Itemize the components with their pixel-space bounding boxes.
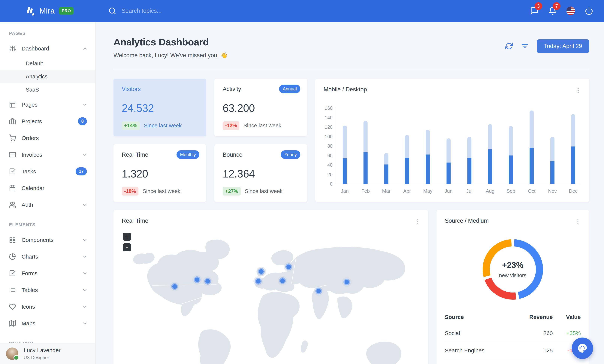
svg-text:Feb: Feb <box>361 188 370 194</box>
map-zoom-controls: + - <box>123 233 131 251</box>
map-marker[interactable] <box>278 276 287 286</box>
kebab-icon <box>414 218 421 225</box>
chev-down-icon <box>82 287 88 293</box>
stat-period-badge[interactable]: Monthly <box>176 150 199 159</box>
stat-period-badge[interactable]: Yearly <box>281 150 300 159</box>
map-marker[interactable] <box>284 262 294 272</box>
map-marker[interactable] <box>170 282 179 291</box>
svg-text:May: May <box>423 188 432 194</box>
stat-footer: +14%Since last week <box>122 121 182 130</box>
sidebar-item-pages[interactable]: Pages <box>0 96 95 113</box>
sidebar-item-dashboard[interactable]: Dashboard <box>0 40 95 57</box>
map-title: Real-Time <box>122 217 420 224</box>
messages-button[interactable]: 3 <box>525 0 543 22</box>
stat-footer: -12%Since last week <box>223 121 281 130</box>
map-marker[interactable] <box>342 277 352 287</box>
kebab-icon <box>575 87 581 94</box>
source-menu-button[interactable] <box>574 217 582 226</box>
sidebar-item-calendar[interactable]: Calendar <box>0 180 95 196</box>
source-title: Source / Medium <box>445 217 581 224</box>
stat-note: Since last week <box>143 188 180 194</box>
map-marker[interactable] <box>314 286 324 296</box>
filter-button[interactable] <box>521 42 528 50</box>
map-marker[interactable] <box>256 267 266 276</box>
table-row: Social260+35% <box>445 325 581 342</box>
sidebar-item-label: Forms <box>22 270 82 276</box>
source-cell: Social <box>445 325 511 342</box>
sidebar-item-forms[interactable]: Forms <box>0 265 95 282</box>
map-menu-button[interactable] <box>413 217 421 226</box>
svg-text:120: 120 <box>325 125 333 130</box>
stat-card-real-time: Real-TimeMonthly1.320-18%Since last week <box>113 144 206 202</box>
sidebar-item-label: Calendar <box>22 185 88 191</box>
sidebar-item-projects[interactable]: Projects8 <box>0 113 95 130</box>
donut-value: +23% <box>502 260 524 270</box>
stat-delta-badge: +14% <box>122 121 140 130</box>
pro-badge: PRO <box>59 7 74 15</box>
refresh-button[interactable] <box>505 42 513 50</box>
search-input[interactable] <box>122 8 223 14</box>
mobile-desktop-bar-chart: 020406080100120140160JanFebMarAprMayJunJ… <box>324 101 581 196</box>
power-icon <box>585 7 593 15</box>
sidebar-user[interactable]: Lucy Lavender UX Designer <box>0 343 95 364</box>
value-cell: +46% <box>556 359 581 364</box>
chev-down-icon <box>82 237 88 243</box>
map-marker[interactable] <box>203 276 213 286</box>
cart-icon <box>9 135 16 141</box>
sidebar-item-components[interactable]: Components <box>0 232 95 248</box>
sidebar-item-auth[interactable]: Auth <box>0 196 95 213</box>
sidebar-item-tasks[interactable]: Tasks17 <box>0 163 95 180</box>
notifications-button[interactable]: 7 <box>543 0 562 22</box>
stat-delta-badge: -12% <box>223 121 239 130</box>
svg-text:Oct: Oct <box>528 188 536 194</box>
signout-button[interactable] <box>580 0 598 22</box>
sidebar-item-label: Projects <box>22 118 78 125</box>
svg-text:40: 40 <box>327 162 333 168</box>
stat-card-visitors: Visitors24.532+14%Since last week <box>113 79 206 136</box>
svg-text:160: 160 <box>325 105 333 111</box>
table-header: Value <box>556 309 581 325</box>
donut-sublabel: new visitors <box>499 272 526 278</box>
language-button[interactable] <box>562 0 580 22</box>
donut-center-label: +23% new visitors <box>480 237 546 302</box>
svg-text:Jul: Jul <box>466 188 473 194</box>
svg-text:80: 80 <box>327 143 333 149</box>
map-marker[interactable] <box>253 276 263 286</box>
zoom-out-button[interactable]: - <box>123 243 131 251</box>
map-marker[interactable] <box>192 275 202 285</box>
sidebar-item-orders[interactable]: Orders <box>0 130 95 146</box>
source-medium-card: Source / Medium +23% new visitors Source… <box>437 210 589 364</box>
calendar-icon <box>9 185 16 192</box>
stat-value: 63.200 <box>223 102 299 114</box>
theme-settings-button[interactable] <box>572 338 593 359</box>
heart-icon <box>9 303 16 310</box>
chev-down-icon <box>82 304 88 310</box>
sidebar-item-label: Tables <box>22 287 82 293</box>
list-icon <box>9 287 16 293</box>
table-header: Revenue <box>511 309 556 325</box>
chart-menu-button[interactable] <box>574 86 582 95</box>
stat-period-badge[interactable]: Annual <box>279 85 300 93</box>
zoom-in-button[interactable]: + <box>123 233 131 241</box>
sidebar-item-label: Components <box>22 237 82 243</box>
user-role: UX Designer <box>24 355 61 360</box>
sidebar-item-label: Maps <box>22 320 82 327</box>
mobile-desktop-card: Mobile / Desktop 020406080100120140160Ja… <box>315 79 589 202</box>
messages-badge: 3 <box>535 2 542 10</box>
brand-logo[interactable]: Mira PRO <box>24 5 74 16</box>
sidebar-subitem-default[interactable]: Default <box>0 57 95 70</box>
today-button[interactable]: Today: April 29 <box>537 39 589 53</box>
sidebar-item-icons[interactable]: Icons <box>0 298 95 315</box>
sidebar-item-label: Charts <box>22 253 82 260</box>
sidebar-item-maps[interactable]: Maps <box>0 315 95 332</box>
sidebar-subitem-analytics[interactable]: Analytics <box>0 70 95 83</box>
svg-text:Aug: Aug <box>486 188 494 194</box>
chev-up-icon <box>82 46 88 51</box>
sidebar-subitem-saas[interactable]: SaaS <box>0 83 95 96</box>
user-avatar <box>6 348 18 360</box>
sidebar-item-charts[interactable]: Charts <box>0 248 95 265</box>
sidebar-item-tables[interactable]: Tables <box>0 282 95 298</box>
sidebar-item-invoices[interactable]: Invoices <box>0 146 95 163</box>
stat-value: 1.320 <box>122 168 198 180</box>
svg-text:100: 100 <box>325 134 333 139</box>
